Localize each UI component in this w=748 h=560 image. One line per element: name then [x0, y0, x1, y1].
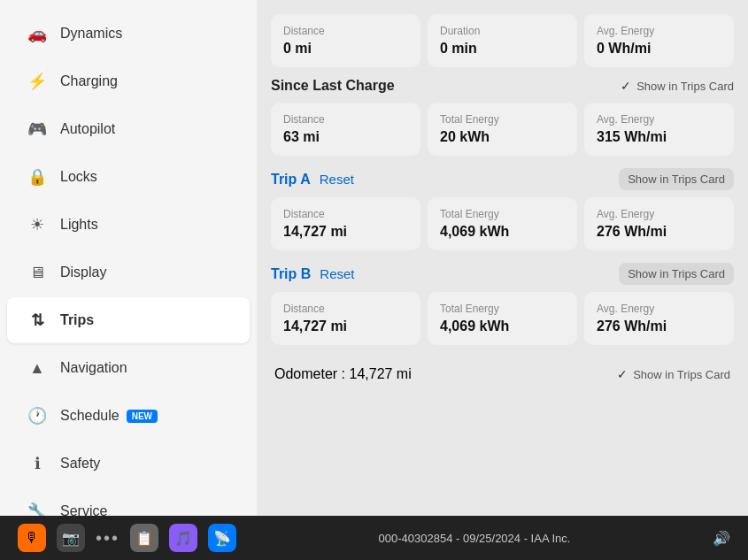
- trip-b-energy-value: 4,069 kWh: [440, 318, 565, 334]
- taskbar-right: 🔊: [713, 530, 730, 547]
- slc-avg-energy-card: Avg. Energy 315 Wh/mi: [584, 103, 734, 156]
- trip-b-actions: Trip B Reset: [271, 266, 355, 282]
- sidebar-item-label: Lights: [60, 217, 98, 233]
- schedule-icon: 🕐: [25, 403, 50, 428]
- trip-b-energy-card: Total Energy 4,069 kWh: [428, 292, 577, 345]
- taskbar-more-dots[interactable]: •••: [96, 528, 120, 548]
- trips-icon: ⇅: [25, 308, 50, 333]
- since-last-charge-header: Since Last Charge ✓ Show in Trips Card: [271, 78, 734, 94]
- top-duration-label: Duration: [440, 25, 565, 37]
- sidebar-item-service[interactable]: 🔧 Service: [7, 488, 250, 516]
- main-content: 🚗 Dynamics ⚡ Charging 🎮 Autopilot 🔒 Lock…: [0, 0, 748, 516]
- navigation-icon: ▲: [25, 356, 50, 380]
- taskbar-left: 🎙 📷 ••• 📋 🎵 📡: [18, 524, 236, 552]
- trip-a-energy-value: 4,069 kWh: [440, 224, 565, 240]
- trip-a-actions: Trip A Reset: [271, 172, 354, 188]
- odometer-checkmark: ✓: [617, 367, 628, 381]
- display-icon: 🖥: [25, 260, 50, 285]
- trip-a-avg-energy-label: Avg. Energy: [597, 208, 721, 220]
- trip-a-show-card[interactable]: Show in Trips Card: [619, 168, 734, 190]
- volume-icon[interactable]: 🔊: [713, 530, 730, 547]
- sidebar-item-label: Schedule: [60, 408, 120, 424]
- trip-a-avg-energy-value: 276 Wh/mi: [597, 224, 721, 240]
- top-duration-value: 0 min: [440, 41, 565, 57]
- taskbar-center-text: 000-40302854 - 09/25/2024 - IAA Inc.: [379, 532, 571, 545]
- trip-b-distance-value: 14,727 mi: [283, 318, 408, 334]
- safety-icon: ℹ: [25, 451, 50, 476]
- slc-energy-label: Total Energy: [440, 113, 565, 126]
- sidebar-item-navigation[interactable]: ▲ Navigation: [7, 345, 250, 391]
- sidebar-item-label: Service: [60, 503, 107, 516]
- dynamics-icon: 🚗: [25, 21, 50, 46]
- top-duration-card: Duration 0 min: [428, 14, 577, 67]
- trip-b-label: Trip B: [271, 266, 311, 282]
- trip-b-show-card[interactable]: Show in Trips Card: [619, 263, 734, 285]
- taskbar-icon-podcast[interactable]: 🎙: [18, 524, 46, 552]
- since-last-charge-show-card[interactable]: ✓ Show in Trips Card: [621, 79, 734, 93]
- slc-distance-label: Distance: [283, 113, 408, 126]
- top-distance-label: Distance: [283, 25, 408, 37]
- sidebar-item-locks[interactable]: 🔒 Locks: [7, 154, 250, 200]
- trip-b-reset[interactable]: Reset: [320, 266, 354, 281]
- trip-b-avg-energy-label: Avg. Energy: [597, 303, 721, 315]
- trip-b-avg-energy-value: 276 Wh/mi: [597, 318, 721, 334]
- service-icon: 🔧: [25, 499, 50, 516]
- trip-a-energy-card: Total Energy 4,069 kWh: [428, 197, 577, 250]
- sidebar-item-lights[interactable]: ☀ Lights: [7, 202, 250, 248]
- since-last-charge-checkmark: ✓: [621, 79, 631, 93]
- lock-icon: 🔒: [25, 165, 50, 189]
- trip-a-reset[interactable]: Reset: [320, 172, 354, 187]
- trip-a-distance-value: 14,727 mi: [283, 224, 408, 240]
- odometer-show-label: Show in Trips Card: [633, 368, 730, 381]
- sidebar-item-display[interactable]: 🖥 Display: [7, 249, 250, 295]
- slc-energy-card: Total Energy 20 kWh: [428, 103, 577, 156]
- schedule-new-badge: NEW: [127, 410, 158, 423]
- autopilot-icon: 🎮: [25, 117, 50, 142]
- trip-a-stats: Distance 14,727 mi Total Energy 4,069 kW…: [271, 197, 734, 250]
- sidebar-item-label: Display: [60, 265, 106, 280]
- sidebar-item-schedule[interactable]: 🕐 Schedule NEW: [7, 393, 250, 439]
- trip-b-header: Trip B Reset Show in Trips Card: [271, 263, 734, 285]
- top-energy-card: Avg. Energy 0 Wh/mi: [584, 14, 734, 67]
- sidebar-item-dynamics[interactable]: 🚗 Dynamics: [7, 11, 250, 57]
- since-last-charge-stats: Distance 63 mi Total Energy 20 kWh Avg. …: [271, 103, 734, 156]
- sidebar-item-autopilot[interactable]: 🎮 Autopilot: [7, 106, 250, 152]
- slc-distance-value: 63 mi: [283, 129, 408, 145]
- slc-distance-card: Distance 63 mi: [271, 103, 420, 156]
- taskbar-icon-podcast2[interactable]: 🎵: [169, 524, 197, 552]
- trip-a-label: Trip A: [271, 172, 311, 188]
- top-distance-value: 0 mi: [283, 41, 408, 57]
- odometer-value: 14,727 mi: [349, 366, 411, 381]
- taskbar-icon-files[interactable]: 📋: [130, 524, 158, 552]
- sidebar-item-label: Safety: [60, 456, 100, 472]
- odometer-show-card[interactable]: ✓ Show in Trips Card: [617, 367, 730, 381]
- trip-b-stats: Distance 14,727 mi Total Energy 4,069 kW…: [271, 292, 734, 345]
- top-stats-row: Distance 0 mi Duration 0 min Avg. Energy…: [271, 14, 734, 67]
- sidebar-item-label: Locks: [60, 169, 97, 185]
- trip-a-energy-label: Total Energy: [440, 208, 565, 220]
- trip-a-header: Trip A Reset Show in Trips Card: [271, 168, 734, 190]
- trip-b-avg-energy-card: Avg. Energy 276 Wh/mi: [584, 292, 734, 345]
- trip-a-distance-label: Distance: [283, 208, 408, 220]
- trip-b-distance-label: Distance: [283, 303, 408, 315]
- charging-icon: ⚡: [25, 69, 50, 94]
- trip-b-distance-card: Distance 14,727 mi: [271, 292, 420, 345]
- odometer-label: Odometer :: [274, 366, 345, 381]
- sidebar-item-charging[interactable]: ⚡ Charging: [7, 58, 250, 104]
- lights-icon: ☀: [25, 212, 50, 237]
- sidebar-item-safety[interactable]: ℹ Safety: [7, 441, 250, 487]
- trip-a-show-label: Show in Trips Card: [628, 173, 725, 186]
- odometer-text: Odometer : 14,727 mi: [274, 366, 412, 382]
- trip-a-distance-card: Distance 14,727 mi: [271, 197, 420, 250]
- sidebar: 🚗 Dynamics ⚡ Charging 🎮 Autopilot 🔒 Lock…: [0, 0, 257, 516]
- taskbar-icon-app[interactable]: 📡: [208, 524, 236, 552]
- top-energy-label: Avg. Energy: [597, 25, 721, 37]
- since-last-charge-show-label: Show in Trips Card: [636, 80, 734, 93]
- trip-a-avg-energy-card: Avg. Energy 276 Wh/mi: [584, 197, 734, 250]
- taskbar-icon-camera[interactable]: 📷: [57, 524, 85, 552]
- slc-avg-energy-value: 315 Wh/mi: [597, 129, 721, 145]
- sidebar-item-trips[interactable]: ⇅ Trips: [7, 297, 250, 343]
- slc-energy-value: 20 kWh: [440, 129, 565, 145]
- sidebar-item-label: Dynamics: [60, 26, 122, 42]
- trip-b-show-label: Show in Trips Card: [628, 267, 725, 280]
